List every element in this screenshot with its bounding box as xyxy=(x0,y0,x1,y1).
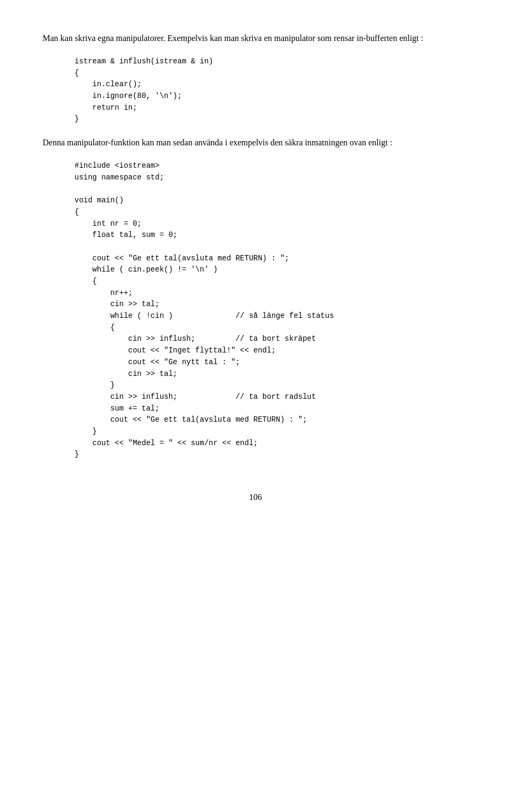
page-number: 106 xyxy=(43,493,468,502)
page-content: Man kan skriva egna manipulatorer. Exemp… xyxy=(43,32,468,502)
code-block-2: #include <iostream> using namespace std;… xyxy=(75,160,468,461)
code-block-1: istream & inflush(istream & in) { in.cle… xyxy=(75,56,468,125)
paragraph-2: Denna manipulator-funktion kan man sedan… xyxy=(43,136,468,149)
paragraph-1: Man kan skriva egna manipulatorer. Exemp… xyxy=(43,32,468,45)
